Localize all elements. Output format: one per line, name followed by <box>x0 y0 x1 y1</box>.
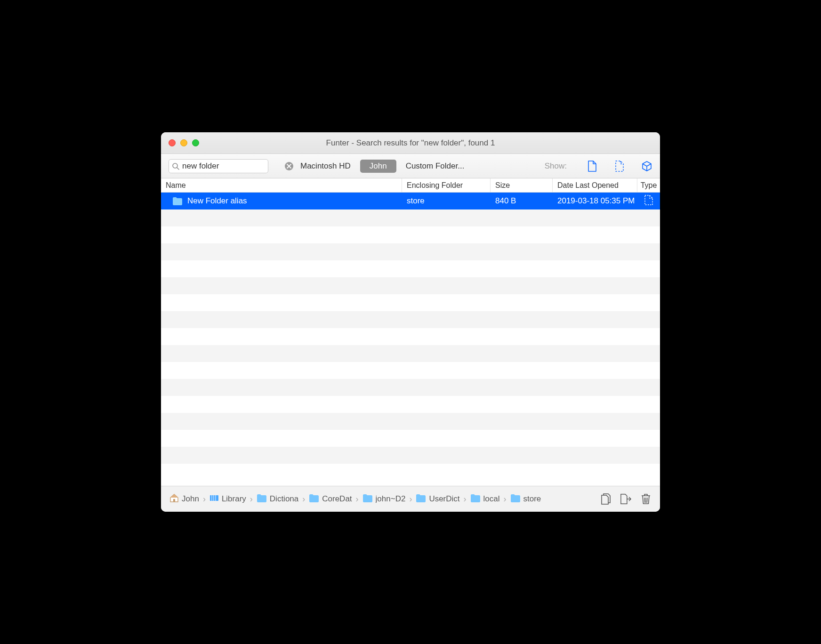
breadcrumb-separator: › <box>203 494 206 504</box>
search-input[interactable] <box>179 161 285 171</box>
trash-icon <box>641 493 651 505</box>
breadcrumb-item[interactable]: store <box>510 494 541 505</box>
folder-icon <box>257 494 267 505</box>
table-row-empty <box>161 260 660 277</box>
table-row-empty <box>161 328 660 345</box>
results-table: New Folder aliasstore840 B2019-03-18 05:… <box>161 193 660 486</box>
table-row[interactable]: New Folder aliasstore840 B2019-03-18 05:… <box>161 193 660 209</box>
scope-selector: Macintosh HD John Custom Folder... <box>291 160 474 173</box>
column-header-name[interactable]: Name <box>161 178 402 192</box>
breadcrumb-label: store <box>523 494 541 504</box>
path-bar: John›Library›Dictiona›CoreDat›john~D2›Us… <box>161 486 660 512</box>
svg-line-1 <box>177 168 179 169</box>
table-row-empty <box>161 362 660 379</box>
svg-line-11 <box>647 498 647 503</box>
search-field[interactable] <box>169 159 268 173</box>
breadcrumb-label: Library <box>222 494 246 504</box>
row-type-icon <box>644 195 653 208</box>
app-window: Funter - Search results for "new folder"… <box>161 132 660 512</box>
table-row-empty <box>161 413 660 430</box>
breadcrumb-item[interactable]: Library <box>209 494 246 504</box>
column-header-size[interactable]: Size <box>491 178 553 192</box>
folder-icon <box>172 197 183 205</box>
export-button[interactable] <box>620 493 632 505</box>
table-row-empty <box>161 396 660 413</box>
minimize-window-button[interactable] <box>180 139 187 146</box>
table-row-empty <box>161 243 660 260</box>
window-title: Funter - Search results for "new folder"… <box>161 138 660 148</box>
breadcrumb-label: John <box>182 494 199 504</box>
folder-icon <box>470 494 481 505</box>
copy-button[interactable] <box>601 493 612 505</box>
show-label: Show: <box>545 161 567 171</box>
file-icon <box>588 161 597 172</box>
package-icon <box>641 161 652 172</box>
table-row-empty <box>161 447 660 464</box>
breadcrumb-item[interactable]: CoreDat <box>309 494 352 505</box>
breadcrumb-separator: › <box>250 494 253 504</box>
library-icon <box>209 494 219 504</box>
table-row-empty <box>161 430 660 447</box>
breadcrumb-label: CoreDat <box>322 494 352 504</box>
column-header-enclosing[interactable]: Enclosing Folder <box>402 178 491 192</box>
breadcrumb-label: Dictiona <box>270 494 298 504</box>
window-controls <box>169 139 199 146</box>
copy-icon <box>601 493 612 505</box>
toolbar: Macintosh HD John Custom Folder... Show: <box>161 154 660 178</box>
folder-icon <box>416 494 426 505</box>
folder-icon <box>309 494 319 505</box>
breadcrumb-separator: › <box>504 494 507 504</box>
export-icon <box>620 493 632 505</box>
breadcrumb-separator: › <box>302 494 305 504</box>
table-row-empty <box>161 464 660 481</box>
zoom-window-button[interactable] <box>192 139 199 146</box>
column-headers: Name Enclosing Folder Size Date Last Ope… <box>161 178 660 193</box>
bottom-actions <box>601 493 652 505</box>
show-files-button[interactable] <box>587 161 598 172</box>
table-row-empty <box>161 345 660 362</box>
table-row-empty <box>161 311 660 328</box>
table-row-empty <box>161 209 660 226</box>
table-row-empty <box>161 277 660 294</box>
home-icon <box>169 493 179 505</box>
breadcrumb-item[interactable]: UserDict <box>416 494 459 505</box>
show-packages-button[interactable] <box>641 161 652 172</box>
breadcrumb: John›Library›Dictiona›CoreDat›john~D2›Us… <box>169 493 593 505</box>
breadcrumb-label: UserDict <box>429 494 459 504</box>
titlebar: Funter - Search results for "new folder"… <box>161 132 660 154</box>
column-header-type[interactable]: Type <box>637 178 660 192</box>
table-row-empty <box>161 379 660 396</box>
delete-button[interactable] <box>640 493 652 505</box>
show-hidden-button[interactable] <box>614 161 625 172</box>
scope-macintosh-hd[interactable]: Macintosh HD <box>291 160 360 173</box>
row-size: 840 B <box>495 196 516 206</box>
hidden-file-icon <box>615 161 624 172</box>
folder-icon <box>510 494 521 505</box>
row-name: New Folder alias <box>187 196 247 206</box>
breadcrumb-separator: › <box>464 494 467 504</box>
search-icon <box>172 162 179 170</box>
breadcrumb-separator: › <box>356 494 359 504</box>
svg-line-9 <box>644 498 645 503</box>
breadcrumb-item[interactable]: local <box>470 494 500 505</box>
scope-john[interactable]: John <box>360 160 396 173</box>
svg-rect-5 <box>210 495 218 501</box>
close-window-button[interactable] <box>169 139 176 146</box>
breadcrumb-label: local <box>483 494 500 504</box>
table-row-empty <box>161 294 660 311</box>
row-date: 2019-03-18 05:35 PM <box>557 196 635 206</box>
folder-icon <box>362 494 373 505</box>
row-enclosing: store <box>407 196 425 206</box>
breadcrumb-separator: › <box>409 494 412 504</box>
table-row-empty <box>161 226 660 243</box>
column-header-date[interactable]: Date Last Opened <box>553 178 637 192</box>
breadcrumb-item[interactable]: John <box>169 493 199 505</box>
svg-rect-4 <box>173 499 175 502</box>
breadcrumb-item[interactable]: john~D2 <box>362 494 406 505</box>
breadcrumb-item[interactable]: Dictiona <box>257 494 298 505</box>
breadcrumb-label: john~D2 <box>376 494 406 504</box>
scope-custom-folder[interactable]: Custom Folder... <box>396 160 474 173</box>
